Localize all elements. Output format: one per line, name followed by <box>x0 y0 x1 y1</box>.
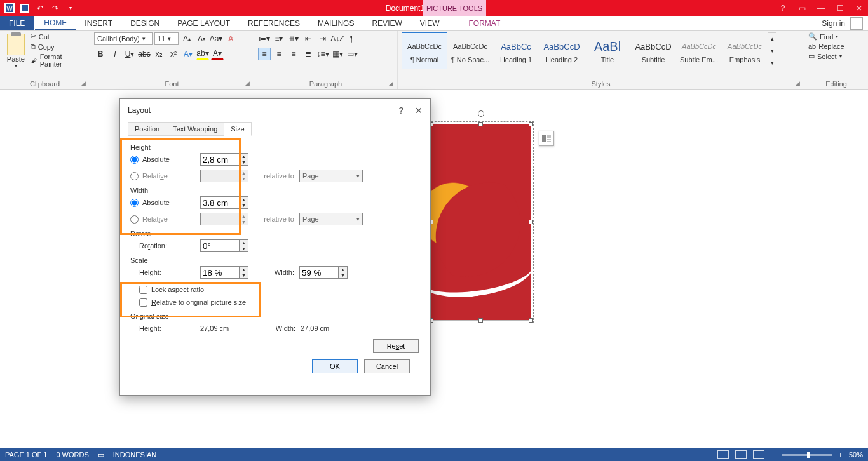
width-relative-radio[interactable]: Relative <box>130 215 200 224</box>
save-icon[interactable] <box>19 3 31 14</box>
proofing-icon[interactable]: ▭ <box>98 451 104 459</box>
copy-button[interactable]: ⧉Copy <box>31 43 86 51</box>
undo-icon[interactable]: ↶ <box>34 3 46 14</box>
account-picture[interactable] <box>850 17 863 30</box>
tab-mailings[interactable]: MAILINGS <box>309 16 363 30</box>
spinner[interactable]: ▲▼ <box>240 196 248 209</box>
spinner[interactable]: ▲▼ <box>240 170 248 182</box>
change-case-icon[interactable]: Aa▾ <box>210 32 222 45</box>
dialog-help-icon[interactable]: ? <box>398 105 403 116</box>
style-card[interactable]: AaBlTitle <box>585 32 630 69</box>
close-icon[interactable]: ✕ <box>853 4 865 13</box>
grow-font-icon[interactable]: A▴ <box>180 32 193 45</box>
minimize-icon[interactable]: — <box>815 4 827 13</box>
highlight-button[interactable]: ab▾ <box>196 48 209 60</box>
line-spacing-button[interactable]: ↕≡▾ <box>316 48 329 60</box>
help-icon[interactable]: ? <box>776 4 789 13</box>
shrink-font-icon[interactable]: A▾ <box>195 32 208 45</box>
decrease-indent-button[interactable]: ⇤ <box>302 32 315 45</box>
bullets-button[interactable]: ≔▾ <box>258 32 271 45</box>
layout-options-button[interactable] <box>539 131 554 146</box>
align-center-button[interactable]: ≡ <box>273 48 285 60</box>
align-left-button[interactable]: ≡ <box>258 48 271 60</box>
read-mode-icon[interactable] <box>717 450 729 459</box>
spinner[interactable]: ▲▼ <box>240 266 248 279</box>
resize-handle[interactable] <box>478 122 483 126</box>
height-relative-radio[interactable]: Relative <box>130 172 200 180</box>
width-absolute-input[interactable] <box>200 196 240 209</box>
replace-button[interactable]: abReplace <box>808 43 844 50</box>
tab-home[interactable]: HOME <box>35 16 76 30</box>
cut-button[interactable]: ✂Cut <box>31 32 86 41</box>
rotation-input[interactable] <box>200 239 240 252</box>
style-card[interactable]: AaBbCcHeading 1 <box>493 32 539 69</box>
tab-design[interactable]: DESIGN <box>121 16 168 30</box>
zoom-out-button[interactable]: − <box>771 451 775 458</box>
style-card[interactable]: AaBbCcDc¶ Normal <box>402 32 447 69</box>
find-button[interactable]: 🔍Find▾ <box>808 32 844 41</box>
paste-button[interactable]: Paste ▾ <box>4 32 28 69</box>
font-size-combo[interactable]: 11▾ <box>154 32 179 45</box>
shading-button[interactable]: ▦▾ <box>331 48 344 60</box>
style-card[interactable]: AaBbCcDHeading 2 <box>539 32 585 69</box>
resize-handle[interactable] <box>529 318 533 323</box>
tab-file[interactable]: FILE <box>0 16 34 30</box>
rotate-handle[interactable] <box>478 110 484 117</box>
font-dialog-launcher-icon[interactable]: ◢ <box>245 78 250 88</box>
tab-view[interactable]: VIEW <box>411 16 449 30</box>
styles-dialog-launcher-icon[interactable]: ◢ <box>796 78 800 88</box>
style-card[interactable]: AaBbCcDSubtitle <box>630 32 676 69</box>
dialog-close-icon[interactable]: ✕ <box>415 105 423 116</box>
tab-format[interactable]: FORMAT <box>459 16 509 30</box>
reset-button[interactable]: Reset <box>373 339 419 353</box>
bold-button[interactable]: B <box>94 48 107 60</box>
dialog-tab-position[interactable]: Position <box>128 122 166 136</box>
resize-handle[interactable] <box>478 318 483 323</box>
zoom-slider[interactable] <box>782 454 832 456</box>
font-name-combo[interactable]: Calibri (Body)▾ <box>94 32 153 45</box>
cancel-button[interactable]: Cancel <box>364 359 410 373</box>
clear-formatting-icon[interactable]: A̷ <box>224 32 237 45</box>
strikethrough-button[interactable]: abc <box>138 48 151 60</box>
style-card[interactable]: AaBbCcDcEmphasis <box>722 32 768 69</box>
spinner[interactable]: ▲▼ <box>240 239 248 252</box>
numbering-button[interactable]: ≡▾ <box>273 32 285 45</box>
underline-button[interactable]: U▾ <box>123 48 136 60</box>
format-painter-button[interactable]: 🖌Format Painter <box>31 53 86 68</box>
selected-picture[interactable] <box>431 124 531 321</box>
lock-aspect-checkbox[interactable] <box>139 286 147 294</box>
redo-icon[interactable]: ↷ <box>50 3 61 14</box>
dialog-tab-text-wrapping[interactable]: Text Wrapping <box>166 122 224 136</box>
subscript-button[interactable]: x₂ <box>153 48 165 60</box>
show-marks-button[interactable]: ¶ <box>346 32 358 45</box>
clipboard-dialog-launcher-icon[interactable]: ◢ <box>81 78 86 88</box>
spinner[interactable]: ▲▼ <box>240 153 248 166</box>
style-card[interactable]: AaBbCcDcSubtle Em... <box>676 32 722 69</box>
spinner[interactable]: ▲▼ <box>240 213 248 225</box>
tab-review[interactable]: REVIEW <box>363 16 410 30</box>
scale-height-input[interactable] <box>200 266 240 279</box>
paragraph-dialog-launcher-icon[interactable]: ◢ <box>389 78 393 88</box>
resize-handle[interactable] <box>529 220 533 224</box>
scale-width-input[interactable] <box>299 266 339 279</box>
width-absolute-radio[interactable]: Absolute <box>130 199 200 207</box>
text-effects-button[interactable]: A▾ <box>182 48 194 60</box>
zoom-level[interactable]: 50% <box>849 451 863 458</box>
dialog-tab-size[interactable]: Size <box>224 122 251 136</box>
resize-handle[interactable] <box>529 122 533 126</box>
italic-button[interactable]: I <box>109 48 121 60</box>
ok-button[interactable]: OK <box>312 359 358 373</box>
styles-gallery[interactable]: AaBbCcDc¶ NormalAaBbCcDc¶ No Spac...AaBb… <box>402 32 776 69</box>
relative-original-checkbox[interactable] <box>139 298 147 307</box>
select-button[interactable]: ▭Select▾ <box>808 52 844 60</box>
align-right-button[interactable]: ≡ <box>287 48 300 60</box>
borders-button[interactable]: ▭▾ <box>346 48 358 60</box>
increase-indent-button[interactable]: ⇥ <box>316 32 329 45</box>
justify-button[interactable]: ≣ <box>302 48 315 60</box>
restore-icon[interactable]: ☐ <box>834 4 846 13</box>
tab-references[interactable]: REFERENCES <box>239 16 309 30</box>
page-number-status[interactable]: PAGE 1 OF 1 <box>5 451 47 458</box>
zoom-in-button[interactable]: + <box>839 451 843 458</box>
styles-more-button[interactable]: ▴▾▾ <box>768 32 776 69</box>
style-card[interactable]: AaBbCcDc¶ No Spac... <box>447 32 493 69</box>
